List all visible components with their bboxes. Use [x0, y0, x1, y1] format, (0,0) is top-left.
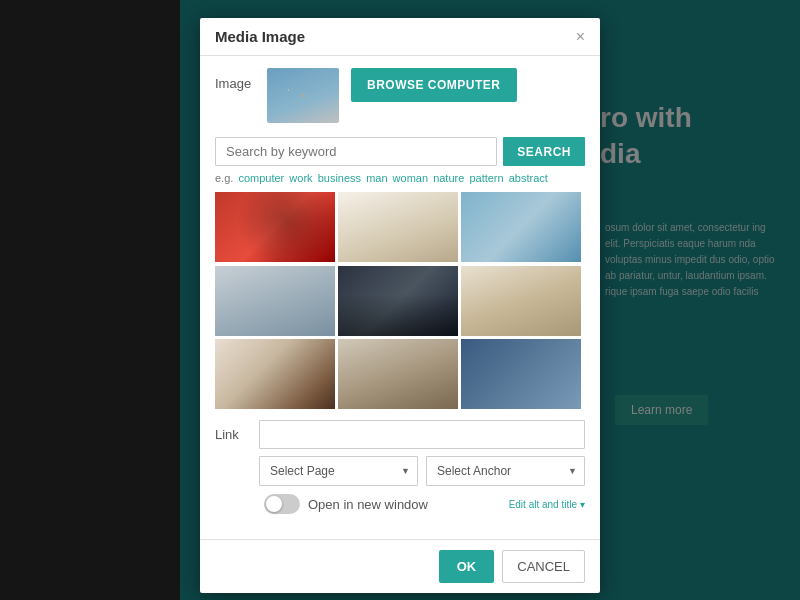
modal-close-button[interactable]: × — [576, 29, 585, 45]
grid-image-6[interactable] — [461, 266, 581, 336]
keyword-business[interactable]: business — [318, 172, 361, 184]
link-selects-row: Select Page Select Anchor — [259, 456, 585, 486]
image-section: Image BROWSE COMPUTER — [215, 68, 585, 123]
image-label: Image — [215, 68, 255, 91]
keyword-woman[interactable]: woman — [393, 172, 428, 184]
edit-alt-title-link[interactable]: Edit alt and title ▾ — [509, 499, 585, 510]
grid-image-4[interactable] — [215, 266, 335, 336]
modal-title: Media Image — [215, 28, 305, 45]
browse-computer-button[interactable]: BROWSE COMPUTER — [351, 68, 517, 102]
cancel-button[interactable]: CANCEL — [502, 550, 585, 583]
keyword-examples: e.g. computer work business man woman na… — [215, 172, 585, 184]
open-new-window-label: Open in new window — [308, 497, 428, 512]
select-page-wrap: Select Page — [259, 456, 418, 486]
grid-image-1[interactable] — [215, 192, 335, 262]
link-label: Link — [215, 420, 253, 520]
keyword-nature[interactable]: nature — [433, 172, 464, 184]
link-section: Link Select Page Select Anchor — [215, 420, 585, 520]
grid-image-9[interactable] — [461, 339, 581, 409]
media-image-modal: Media Image × Image BROWSE COMPUTER SEAR… — [200, 18, 600, 593]
chevron-down-icon: ▾ — [580, 499, 585, 510]
search-row: SEARCH — [215, 137, 585, 166]
select-anchor[interactable]: Select Anchor — [426, 456, 585, 486]
select-page[interactable]: Select Page — [259, 456, 418, 486]
preview-image — [267, 68, 339, 123]
keyword-computer[interactable]: computer — [238, 172, 284, 184]
keyword-man[interactable]: man — [366, 172, 387, 184]
grid-image-7[interactable] — [215, 339, 335, 409]
grid-image-3[interactable] — [461, 192, 581, 262]
modal-header: Media Image × — [200, 18, 600, 56]
open-new-window-row: Open in new window Edit alt and title ▾ — [259, 494, 585, 514]
image-grid-wrapper — [215, 192, 585, 410]
keyword-pattern[interactable]: pattern — [469, 172, 503, 184]
keyword-abstract[interactable]: abstract — [509, 172, 548, 184]
modal-body: Image BROWSE COMPUTER SEARCH e.g. comput… — [200, 56, 600, 539]
image-preview — [267, 68, 339, 123]
toggle-knob — [266, 496, 282, 512]
image-grid — [215, 192, 585, 410]
keyword-work[interactable]: work — [289, 172, 312, 184]
ok-button[interactable]: OK — [439, 550, 495, 583]
modal-backdrop: Media Image × Image BROWSE COMPUTER SEAR… — [0, 0, 800, 600]
grid-image-2[interactable] — [338, 192, 458, 262]
search-button[interactable]: SEARCH — [503, 137, 585, 166]
modal-footer: OK CANCEL — [200, 539, 600, 593]
grid-image-8[interactable] — [338, 339, 458, 409]
open-new-window-toggle[interactable] — [264, 494, 300, 514]
link-field-col: Select Page Select Anchor — [259, 420, 585, 520]
link-input[interactable] — [259, 420, 585, 449]
search-input[interactable] — [215, 137, 497, 166]
select-anchor-wrap: Select Anchor — [426, 456, 585, 486]
grid-image-5[interactable] — [338, 266, 458, 336]
